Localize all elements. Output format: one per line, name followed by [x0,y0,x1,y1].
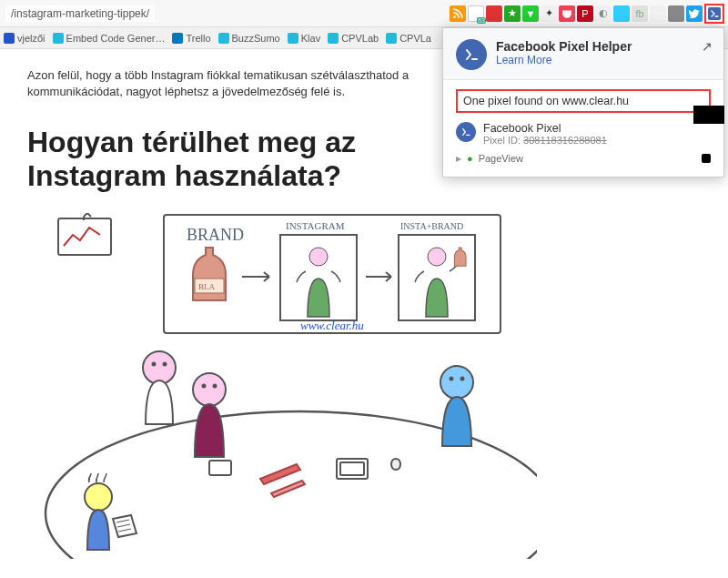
pixel-id-line: Pixel ID: 308118316288081 [483,135,607,146]
svg-rect-10 [209,461,231,475]
svg-point-13 [143,351,176,384]
check-icon: ● [467,153,473,164]
ext-icon-6[interactable] [668,5,684,22]
counter-badge: 63 [477,17,486,24]
red-ext-icon[interactable] [486,5,502,22]
svg-point-0 [453,15,456,18]
illus-watermark: www.clear.hu [300,319,364,332]
article-content: Azon felül, hogy a több Instagram fiókka… [0,49,446,218]
pixel-row[interactable]: Facebook Pixel Pixel ID: 308118316288081 [456,122,711,146]
ext-icon-5[interactable]: ⋯ [650,5,666,22]
open-external-icon[interactable]: ↗ [702,39,713,54]
pixel-helper-popup: Facebook Pixel Helper Learn More ↗ One p… [442,27,724,177]
pixel-id-value: 308118316288081 [523,135,607,146]
svg-rect-12 [340,462,364,475]
fb-code-icon [456,122,476,142]
pinterest-icon[interactable]: P [577,5,593,22]
svg-point-22 [85,483,112,511]
bookmark-item[interactable]: Embed Code Gener… [53,33,166,44]
arrow-down-icon[interactable]: ▼ [522,5,539,22]
article-paragraph: Azon felül, hogy a több Instagram fiókka… [27,67,419,100]
svg-point-18 [214,384,217,387]
green-ext-icon[interactable]: ★ [504,5,521,22]
event-status-icon [702,154,711,163]
svg-point-8 [428,248,446,266]
svg-point-21 [461,377,464,380]
counter-icon[interactable]: 63 [468,5,484,22]
svg-point-14 [153,362,156,365]
pixel-name: Facebook Pixel [483,122,607,135]
illus-label-brand: BRAND [187,226,244,244]
ext-icon-4[interactable]: fb [632,5,648,22]
illus-label-instabrand: INSTA+BRAND [400,221,463,231]
illus-label-bottle: BLA [198,282,216,291]
svg-point-17 [203,384,206,387]
learn-more-link[interactable]: Learn More [496,54,551,66]
redaction-block [693,106,724,124]
url-area: /instagram-marketing-tippek/ [0,7,167,20]
popup-header: Facebook Pixel Helper Learn More ↗ [443,28,723,79]
svg-point-6 [309,248,328,266]
bookmark-item[interactable]: Klav [288,33,320,44]
popup-title: Facebook Pixel Helper [496,39,632,54]
bookmark-item[interactable]: Trello [172,33,210,44]
bookmark-item[interactable]: CPVLa [386,33,431,44]
svg-point-16 [193,373,226,406]
expand-triangle-icon[interactable]: ▶ [456,155,461,163]
svg-point-20 [450,377,453,380]
ext-icon-2[interactable]: ◐ [595,5,612,22]
illus-label-insta: INSTAGRAM [286,220,345,231]
svg-point-19 [440,366,473,399]
url-fragment[interactable]: /instagram-marketing-tippek/ [5,5,155,22]
ext-icon-3[interactable] [613,5,630,22]
bookmark-item[interactable]: CPVLab [328,33,379,44]
browser-toolbar: /instagram-marketing-tippek/ 63 ★ ▼ ✦ P … [0,0,728,27]
popup-body: One pixel found on www.clear.hu Facebook… [443,79,723,177]
pixel-helper-extension-icon[interactable] [704,4,724,24]
svg-rect-2 [58,218,111,255]
bookmark-item[interactable]: vjelzői [4,33,46,44]
event-name: PageView [479,153,523,164]
pixel-id-label: Pixel ID: [483,135,521,146]
pixel-event-row[interactable]: ▶ ● PageView [456,153,711,164]
article-heading: Hogyan térülhet meg az Instagram használ… [27,126,419,193]
extension-icons: 63 ★ ▼ ✦ P ◐ fb ⋯ [450,4,728,24]
article-illustration: BRAND BLA INSTAGRAM INSTA+BRAND www.clea… [27,213,537,559]
svg-point-15 [164,362,167,365]
pocket-icon[interactable] [559,5,575,22]
fb-code-icon [456,39,487,70]
bookmark-item[interactable]: BuzzSumo [218,33,280,44]
pixel-count-message: One pixel found on www.clear.hu [456,89,711,113]
ext-icon-1[interactable]: ✦ [541,5,557,22]
twitter-icon[interactable] [686,5,703,22]
rss-icon[interactable] [450,5,466,22]
